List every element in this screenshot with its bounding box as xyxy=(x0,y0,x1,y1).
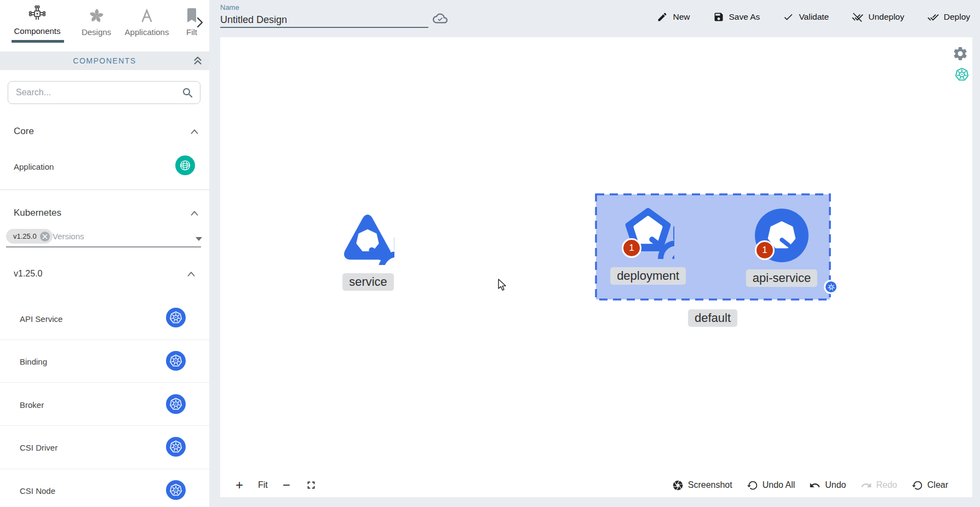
validate-button[interactable]: Validate xyxy=(783,11,829,22)
kubernetes-icon[interactable] xyxy=(166,351,186,371)
design-actions-toolbar: New Save As Validate Undeploy Deploy xyxy=(657,0,970,34)
validate-button-label: Validate xyxy=(799,12,829,22)
row-divider xyxy=(0,469,209,469)
component-label: Broker xyxy=(20,400,44,410)
component-search xyxy=(8,81,200,104)
design-workspace: Name New Save As Validate Undeploy Depl xyxy=(209,0,980,507)
node-deployment-label[interactable]: deployment xyxy=(610,267,686,285)
clear-button[interactable]: Clear xyxy=(912,480,948,491)
section-version-collapse-icon[interactable] xyxy=(185,268,197,280)
component-label: API Service xyxy=(20,314,62,324)
kubernetes-icon[interactable] xyxy=(166,394,186,414)
component-application-label: Application xyxy=(14,162,54,171)
node-api-service-badge[interactable]: 1 xyxy=(755,240,775,260)
tab-applications[interactable]: Applications xyxy=(119,8,174,37)
mouse-cursor xyxy=(497,279,509,292)
undo-all-button-label: Undo All xyxy=(763,480,795,490)
component-label: Binding xyxy=(20,357,47,366)
search-input[interactable] xyxy=(16,82,180,103)
sidebar-tabbar: Components Designs xyxy=(0,0,209,51)
group-default-label[interactable]: default xyxy=(688,309,737,327)
design-name-label: Name xyxy=(220,3,239,11)
floppy-icon xyxy=(713,11,724,22)
versions-select-underline xyxy=(6,246,201,247)
remove-version-icon[interactable] xyxy=(40,232,50,241)
deploy-button[interactable]: Deploy xyxy=(927,11,970,23)
kubernetes-icon[interactable] xyxy=(166,308,186,327)
kubernetes-icon[interactable] xyxy=(166,437,186,457)
stylized-a-icon xyxy=(139,8,155,24)
kubernetes-icon[interactable] xyxy=(166,480,186,500)
component-sidebar: Components Designs xyxy=(0,0,209,507)
design-canvas[interactable]: service 1 deployment 1 xyxy=(220,37,972,497)
new-button[interactable]: New xyxy=(657,11,690,22)
node-service-label[interactable]: service xyxy=(342,273,394,291)
new-button-label: New xyxy=(673,12,690,22)
zoom-in-button[interactable]: + xyxy=(236,479,243,492)
section-divider xyxy=(0,189,209,190)
screenshot-button[interactable]: Screenshot xyxy=(672,480,732,491)
components-panel-title: COMPONENTS xyxy=(73,56,136,65)
tab-applications-label: Applications xyxy=(125,27,169,37)
redo-button-label: Redo xyxy=(876,480,897,490)
undo-all-button[interactable]: Undo All xyxy=(747,480,795,491)
canvas-zoom-toolbar: + Fit − xyxy=(236,473,317,497)
versions-dropdown-caret-icon[interactable] xyxy=(196,237,202,241)
cloud-check-icon xyxy=(433,11,448,26)
row-divider xyxy=(0,382,209,383)
kubernetes-icon[interactable] xyxy=(955,67,969,82)
undo-button[interactable]: Undo xyxy=(809,480,846,491)
component-label: CSI Node xyxy=(20,486,55,496)
version-chip-label: v1.25.0 xyxy=(13,232,37,240)
tab-components-label: Components xyxy=(14,26,60,36)
node-service[interactable] xyxy=(341,211,394,265)
node-api-service-label[interactable]: api-service xyxy=(746,269,817,287)
deploy-button-label: Deploy xyxy=(944,12,970,22)
check-icon xyxy=(783,11,794,22)
section-core-collapse-icon[interactable] xyxy=(188,126,200,138)
tab-filters-label: Filt xyxy=(186,27,197,37)
save-as-button-label: Save As xyxy=(729,12,760,22)
clear-button-label: Clear xyxy=(927,480,948,490)
search-icon[interactable] xyxy=(181,87,194,100)
fullscreen-button[interactable] xyxy=(305,479,317,491)
undo-button-label: Undo xyxy=(825,480,846,490)
design-name-underline xyxy=(220,27,428,28)
gear-icon[interactable] xyxy=(952,45,968,62)
redo-button[interactable]: Redo xyxy=(861,480,897,491)
camera-shutter-icon xyxy=(672,480,684,491)
pencil-icon xyxy=(657,11,668,22)
row-divider xyxy=(0,339,209,340)
canvas-history-toolbar: Screenshot Undo All Undo Redo Clear xyxy=(672,473,948,497)
design-name-input[interactable] xyxy=(220,13,427,26)
section-core-title: Core xyxy=(14,126,34,137)
tab-designs[interactable]: Designs xyxy=(74,8,118,37)
group-kubernetes-marker-icon[interactable] xyxy=(824,280,838,294)
tab-designs-label: Designs xyxy=(82,27,111,37)
component-label: CSI Driver xyxy=(20,443,58,452)
active-tab-indicator xyxy=(12,40,64,43)
components-panel-header: COMPONENTS xyxy=(0,51,209,70)
restore-icon xyxy=(912,480,923,491)
spiral-icon xyxy=(88,8,105,24)
screenshot-button-label: Screenshot xyxy=(688,480,732,490)
version-chip[interactable]: v1.25.0 xyxy=(6,229,53,244)
undeploy-button[interactable]: Undeploy xyxy=(852,11,904,23)
zoom-out-button[interactable]: − xyxy=(283,479,290,492)
tab-components[interactable]: Components xyxy=(4,4,70,36)
chip-network-icon xyxy=(28,4,47,23)
restore-icon xyxy=(747,480,758,491)
redo-arrow-icon xyxy=(861,480,872,491)
double-check-slash-icon xyxy=(852,11,863,23)
fit-view-button[interactable]: Fit xyxy=(258,481,268,489)
versions-select-placeholder[interactable]: Versions xyxy=(53,232,84,241)
double-check-icon xyxy=(927,11,939,23)
row-divider xyxy=(0,425,209,426)
tabs-scroll-right-icon[interactable] xyxy=(196,16,204,28)
section-kubernetes-collapse-icon[interactable] xyxy=(188,208,200,220)
undeploy-button-label: Undeploy xyxy=(868,12,904,22)
save-as-button[interactable]: Save As xyxy=(713,11,760,22)
mesh-globe-icon[interactable] xyxy=(175,155,195,175)
collapse-panel-icon[interactable] xyxy=(192,55,204,67)
node-deployment-badge[interactable]: 1 xyxy=(622,238,641,258)
